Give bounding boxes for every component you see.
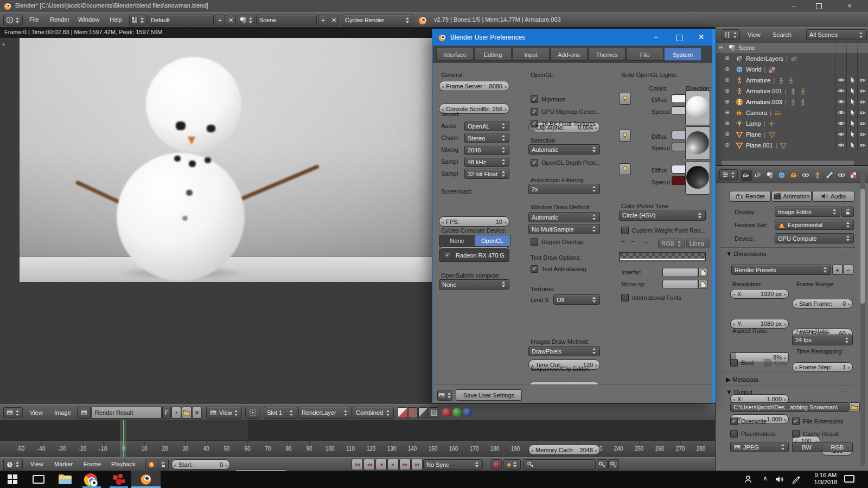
restrict-render-icon[interactable] (859, 142, 867, 149)
taskbar-clock[interactable]: 9:16 AM 1/3/2018 (805, 472, 846, 487)
ie-menu-view[interactable]: View (30, 409, 43, 416)
image-new-button[interactable]: + (171, 407, 181, 419)
slot-dropdown[interactable]: Slot 1 (264, 407, 297, 419)
outliner-row-plane.001[interactable]: ⊕Plane.001| (716, 140, 868, 151)
preset-add-button[interactable]: + (832, 265, 843, 275)
restrict-select-icon[interactable] (849, 98, 857, 106)
light-3-direction-widget[interactable] (685, 161, 710, 195)
ie-menu-image[interactable]: Image (54, 409, 71, 416)
timeline-ruler[interactable]: -50-40-30-20-100102030405060708090100110… (0, 440, 715, 457)
weight-paint-checkbox[interactable]: Custom Weight Paint Ran... (621, 227, 706, 234)
start-button[interactable] (8, 474, 18, 484)
outliner-item-name[interactable]: Camera (746, 110, 767, 116)
light-2-toggle[interactable] (619, 130, 631, 142)
restrict-select-icon[interactable] (849, 120, 857, 127)
restrict-view-icon[interactable] (838, 76, 845, 84)
region-overlap-checkbox[interactable]: Region Overlap (531, 238, 583, 246)
images-draw-dropdown[interactable]: DrawPixels (528, 346, 600, 356)
channel-color-button[interactable] (408, 407, 418, 418)
minimize-button[interactable]: – (781, 0, 806, 12)
tray-expand-caret[interactable]: ∧ (763, 474, 768, 482)
outliner-hscrollbar[interactable] (720, 160, 855, 165)
save-user-settings-button[interactable]: Save User Settings (456, 389, 522, 401)
placeholders-checkbox[interactable]: Placeholders (730, 430, 776, 438)
rgb-button[interactable]: RGB (822, 442, 853, 452)
image-datablock-icon-button[interactable] (77, 407, 91, 419)
render-engine-dropdown[interactable]: Cycles Render (342, 15, 413, 25)
frame-server-field[interactable]: Frame Server :8080 (439, 81, 509, 91)
gpu-device-toggle[interactable]: ✓Radeon RX 470 G... (439, 249, 509, 262)
active-keying-set-field[interactable] (524, 459, 596, 470)
image-datablock-field[interactable]: Render Result (91, 407, 162, 419)
dimensions-panel-header[interactable]: ▼ Dimensions (726, 251, 767, 257)
restrict-render-icon[interactable] (859, 120, 867, 127)
scene-field[interactable]: Scene (256, 15, 317, 25)
outliner-row-scene[interactable]: ⊖Scene (716, 42, 868, 53)
image-unlink-button[interactable]: ✕ (192, 407, 202, 419)
prefs-tab-file[interactable]: File (626, 48, 663, 61)
frame-back-button[interactable]: ◀ (375, 459, 387, 470)
sound-sampl-dropdown[interactable]: 48 kHz (464, 157, 509, 167)
pivot-button[interactable] (245, 407, 260, 419)
jump-to-start-button[interactable]: ▮◀ (352, 459, 363, 470)
properties-tab-texture[interactable] (848, 170, 859, 181)
file-format-dropdown[interactable]: JPEG (730, 442, 789, 452)
display-lock-button[interactable] (841, 207, 854, 217)
play-button[interactable]: ▶ (387, 459, 399, 470)
prefs-tab-interface[interactable]: Interface (436, 48, 474, 61)
blue-channel-ball[interactable] (463, 408, 472, 417)
output-panel-header[interactable]: ▼ Output (726, 389, 752, 395)
animation-button[interactable]: Animation (771, 191, 812, 202)
sound-chann-dropdown[interactable]: Stereo (464, 133, 509, 143)
interface-font-browse-button[interactable] (698, 268, 707, 277)
outliner-item-name[interactable]: Armature.003 (746, 99, 782, 105)
weight-gradient-bar[interactable] (619, 252, 706, 261)
window-draw-dropdown[interactable]: Automatic (528, 212, 600, 222)
expand-icon[interactable]: ⊕ (725, 55, 730, 62)
metadata-panel-header[interactable]: ▶ Metadata (726, 376, 758, 383)
tl-menu-playback[interactable]: Playback (111, 461, 136, 467)
properties-tab-object[interactable] (789, 170, 800, 181)
outliner-row-plane[interactable]: ⊕Plane| (716, 129, 868, 140)
light-1-direction-widget[interactable] (685, 91, 710, 125)
clip-alpha-slider[interactable]: Clip Alpha:0.004 (528, 122, 600, 132)
outliner-menu-search[interactable]: Search (773, 31, 792, 38)
overwrite-checkbox[interactable]: ✓Overwrite (730, 418, 767, 425)
preferences-titlebar[interactable]: Blender User Preferences – ✕ (433, 29, 712, 46)
properties-tab-data[interactable] (813, 170, 824, 181)
chrome-button[interactable] (84, 473, 99, 486)
render-button[interactable]: Render (730, 191, 771, 202)
properties-tab-world[interactable] (777, 170, 788, 181)
restrict-view-icon[interactable] (838, 131, 845, 138)
render-layer-dropdown[interactable]: RenderLayer (298, 407, 352, 419)
bw-button[interactable]: BW (792, 442, 821, 452)
restrict-view-icon[interactable] (838, 109, 845, 117)
expand-icon[interactable]: ⊕ (725, 109, 730, 116)
prefs-tab-themes[interactable]: Themes (588, 48, 626, 61)
timeline-region[interactable]: -50-40-30-20-100102030405060708090100110… (0, 420, 715, 457)
playhead-line[interactable] (123, 420, 124, 457)
properties-tab-render-layers[interactable] (753, 170, 764, 181)
outliner-row-world[interactable]: ⊕World| (716, 64, 868, 75)
sound-sampl-dropdown[interactable]: 32-bit Float (464, 169, 509, 179)
prev-keyframe-button[interactable]: ◀◀ (363, 459, 375, 470)
properties-tab-bone-constraints[interactable] (837, 170, 847, 181)
restrict-view-icon[interactable] (838, 87, 845, 95)
outliner-row-armature[interactable]: ⊕Armature| (716, 75, 868, 86)
mono-font-field[interactable] (662, 280, 698, 289)
light-2-direction-widget[interactable] (685, 126, 710, 160)
screen-layout-icon-button[interactable] (129, 15, 146, 25)
restrict-render-icon[interactable] (859, 98, 867, 106)
outliner-item-name[interactable]: Plane (746, 131, 761, 138)
jump-to-end-button[interactable]: ▶▮ (411, 459, 423, 470)
outliner-row-armature.001[interactable]: ⊕Armature.001| (716, 86, 868, 97)
outliner-item-name[interactable]: Lamp (746, 120, 761, 127)
action-center-button[interactable] (844, 475, 854, 483)
expand-icon[interactable]: ⊕ (725, 87, 730, 94)
border-checkbox[interactable]: Bord (730, 359, 754, 367)
anisotropic-dropdown[interactable]: 2x (528, 184, 600, 194)
expand-icon[interactable]: ⊕ (725, 98, 730, 105)
restrict-select-icon[interactable] (849, 131, 857, 138)
properties-tab-render[interactable] (741, 170, 752, 181)
menu-render[interactable]: Render (50, 16, 69, 23)
